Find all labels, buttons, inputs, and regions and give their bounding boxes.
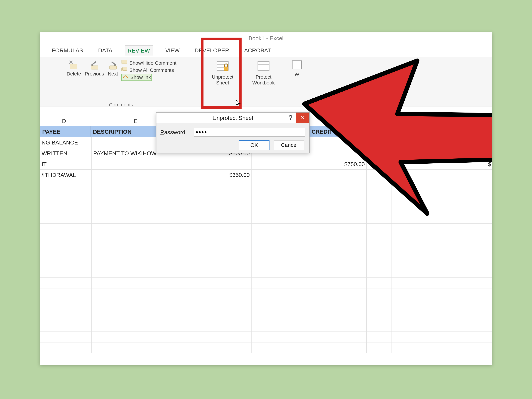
cell[interactable] <box>392 278 443 288</box>
cell[interactable] <box>190 278 252 288</box>
cell[interactable] <box>392 332 443 342</box>
delete-comment-button[interactable]: Delete <box>66 59 82 77</box>
cell[interactable] <box>392 288 443 299</box>
cell[interactable] <box>443 342 492 353</box>
cell[interactable] <box>40 234 92 245</box>
cell[interactable] <box>367 234 392 245</box>
table-row[interactable] <box>40 234 492 245</box>
protect-workbook-button[interactable]: Protect Workbook <box>251 60 276 86</box>
cell[interactable] <box>252 321 313 331</box>
table-row[interactable] <box>40 332 492 342</box>
table-row[interactable] <box>40 299 492 310</box>
cell[interactable] <box>367 332 392 342</box>
cell[interactable] <box>252 234 313 245</box>
cell[interactable] <box>190 288 252 299</box>
cell[interactable] <box>252 288 313 299</box>
show-all-comments-button[interactable]: Show All Comments <box>121 66 174 74</box>
cell[interactable] <box>392 234 443 245</box>
table-row[interactable] <box>40 267 492 278</box>
cell[interactable] <box>92 159 190 169</box>
cell[interactable] <box>313 332 367 342</box>
cell[interactable] <box>313 310 367 321</box>
cell[interactable] <box>252 245 313 256</box>
cell[interactable] <box>40 299 92 310</box>
table-row[interactable] <box>40 288 492 299</box>
cell[interactable] <box>313 256 367 267</box>
cell[interactable] <box>367 224 392 234</box>
cell[interactable]: IT <box>40 159 92 169</box>
cell[interactable] <box>443 267 492 278</box>
cell[interactable] <box>190 245 252 256</box>
cell[interactable] <box>392 310 443 321</box>
cell[interactable] <box>190 202 252 213</box>
cell[interactable] <box>313 299 367 310</box>
cell[interactable] <box>443 278 492 288</box>
cell[interactable] <box>313 234 367 245</box>
cell[interactable] <box>313 342 367 353</box>
tab-data[interactable]: DATA <box>95 45 115 55</box>
cell[interactable] <box>40 267 92 278</box>
table-row[interactable] <box>40 278 492 288</box>
cell[interactable] <box>92 170 190 180</box>
cell[interactable] <box>40 288 92 299</box>
cell[interactable] <box>252 342 313 353</box>
next-comment-button[interactable]: Next <box>107 59 119 77</box>
cell[interactable] <box>443 321 492 331</box>
table-row[interactable] <box>40 342 492 353</box>
cell[interactable] <box>92 310 190 321</box>
table-row[interactable] <box>40 310 492 321</box>
cell[interactable] <box>92 180 190 191</box>
cell[interactable] <box>92 202 190 213</box>
cell[interactable] <box>367 342 392 353</box>
cell[interactable] <box>40 256 92 267</box>
password-input[interactable] <box>194 128 305 137</box>
cell[interactable] <box>92 256 190 267</box>
cell[interactable] <box>40 342 92 353</box>
cell[interactable] <box>443 245 492 256</box>
cell[interactable] <box>443 299 492 310</box>
table-row[interactable] <box>40 321 492 332</box>
cell[interactable]: WRITTEN <box>40 148 92 158</box>
cell[interactable] <box>190 180 252 191</box>
cell[interactable] <box>252 332 313 342</box>
cell[interactable] <box>190 159 252 169</box>
show-ink-button[interactable]: Show Ink <box>121 74 152 81</box>
cell[interactable] <box>190 299 252 310</box>
cell[interactable] <box>392 245 443 256</box>
ok-button[interactable]: OK <box>239 140 270 150</box>
cell[interactable]: /ITHDRAWAL <box>40 170 92 180</box>
cell[interactable] <box>367 278 392 288</box>
cell[interactable] <box>392 224 443 234</box>
cell[interactable] <box>190 224 252 234</box>
cell[interactable] <box>367 299 392 310</box>
cell[interactable] <box>313 224 367 234</box>
cell[interactable] <box>367 310 392 321</box>
cell[interactable] <box>313 321 367 331</box>
cell[interactable] <box>367 256 392 267</box>
cell[interactable] <box>392 267 443 278</box>
cell[interactable] <box>40 245 92 256</box>
cell[interactable] <box>190 332 252 342</box>
col-letter-D[interactable]: D <box>40 116 88 126</box>
cell[interactable] <box>367 267 392 278</box>
cell[interactable] <box>92 267 190 278</box>
cell[interactable] <box>443 288 492 299</box>
dialog-titlebar[interactable]: Unprotect Sheet ? × <box>156 113 309 123</box>
header-payee[interactable]: PAYEE <box>40 126 91 137</box>
cell[interactable] <box>40 213 92 223</box>
cell[interactable] <box>92 321 190 331</box>
table-row[interactable] <box>40 256 492 267</box>
cell[interactable] <box>190 234 252 245</box>
cell[interactable] <box>190 213 252 223</box>
cell[interactable] <box>367 245 392 256</box>
cell[interactable] <box>92 234 190 245</box>
cell[interactable] <box>252 299 313 310</box>
cell[interactable] <box>40 191 92 202</box>
cell[interactable] <box>252 310 313 321</box>
cell[interactable] <box>392 299 443 310</box>
cell[interactable] <box>252 267 313 278</box>
cell[interactable] <box>367 288 392 299</box>
cell[interactable] <box>92 299 190 310</box>
cell[interactable] <box>40 332 92 342</box>
cell[interactable] <box>313 288 367 299</box>
